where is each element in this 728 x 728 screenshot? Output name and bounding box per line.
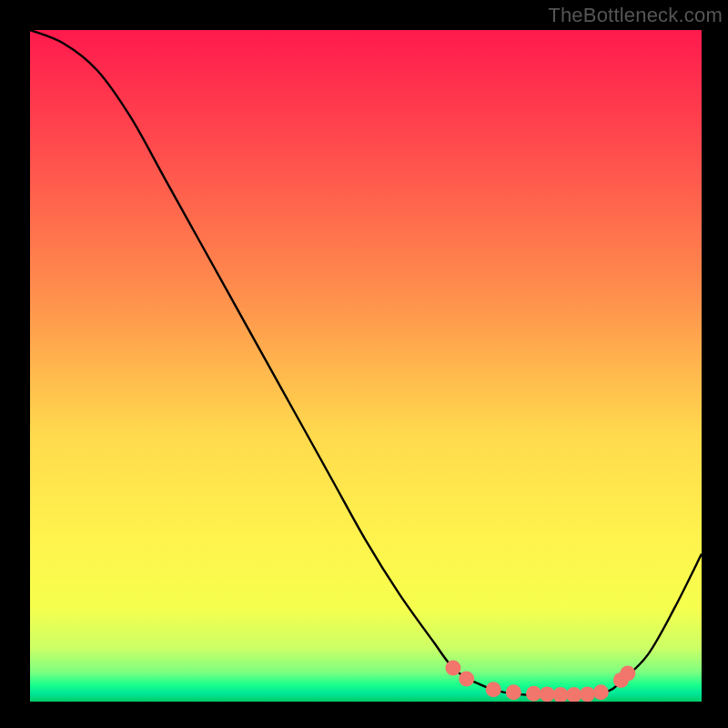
curve-marker <box>593 684 609 700</box>
gradient-background <box>30 30 702 702</box>
curve-marker <box>445 661 460 676</box>
curve-marker <box>459 671 474 686</box>
curve-marker <box>526 686 541 702</box>
curve-marker <box>506 684 521 700</box>
curve-marker <box>486 682 501 697</box>
chart-container: TheBottleneck.com <box>0 0 728 728</box>
chart-svg <box>30 30 702 702</box>
watermark-text: TheBottleneck.com <box>548 4 723 27</box>
curve-marker <box>580 686 595 702</box>
curve-marker <box>620 666 635 682</box>
curve-marker <box>540 686 555 702</box>
plot-area <box>30 30 702 702</box>
